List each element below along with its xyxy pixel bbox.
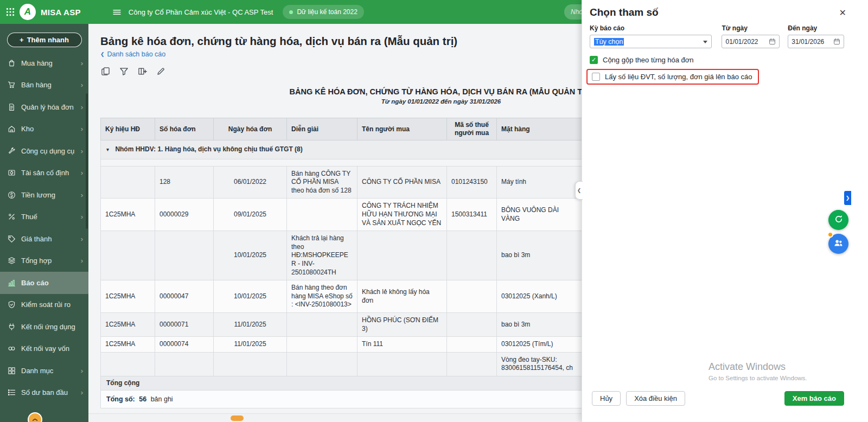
loan-icon bbox=[8, 344, 16, 353]
table-footer-row: Tổng cộng bbox=[101, 376, 584, 391]
misa-logo[interactable]: A bbox=[20, 4, 36, 20]
option-uom-qty-price[interactable]: Lấy số liệu ĐVT, số lượng, đơn giá lên b… bbox=[592, 73, 754, 81]
table-row[interactable]: 1C25MHA 00000029 09/01/2025 CÔNG TY TRÁC… bbox=[101, 199, 584, 231]
invoice-number-link[interactable]: 00000074 bbox=[155, 337, 214, 353]
purchase-icon bbox=[8, 59, 16, 67]
table-row[interactable]: 10/01/2025 Khách trả lại hàng theo HĐ:MS… bbox=[101, 231, 584, 280]
spacer-row bbox=[101, 159, 584, 166]
filter-button[interactable] bbox=[116, 65, 131, 79]
chevron-right-icon: › bbox=[81, 81, 83, 89]
report-period-select[interactable]: Tùy chọn bbox=[590, 35, 712, 48]
column-header: Diễn giải bbox=[287, 118, 358, 140]
cell bbox=[358, 352, 447, 376]
clear-conditions-button[interactable]: Xóa điều kiện bbox=[626, 391, 685, 406]
panel-footer: Hủy Xóa điều kiện Xem báo cáo bbox=[582, 391, 868, 406]
sidebar-item-ban-hang[interactable]: Bán hàng › bbox=[0, 74, 88, 97]
caret-down-icon bbox=[703, 41, 707, 43]
sidebar-collapse-button[interactable]: ❮ bbox=[28, 412, 42, 422]
scrollbar-thumb[interactable] bbox=[231, 415, 244, 421]
table-row[interactable]: 1C25MHA 00000074 11/01/2025 Tín 111 0301… bbox=[101, 337, 584, 353]
option-group-by-invoice[interactable]: ✓ Cộng gộp theo từng hóa đơn bbox=[590, 56, 868, 64]
panel-collapse-handle[interactable]: ❮ bbox=[575, 181, 583, 200]
table-row[interactable]: 128 06/01/2022 Bán hàng CÔNG TY CỔ PHẦN … bbox=[101, 166, 584, 199]
brand-text: MISA ASP bbox=[41, 8, 81, 17]
table-row[interactable]: Vòng đeo tay-SKU: 83006158115176454, ch bbox=[101, 352, 584, 376]
sidebar-item-kho[interactable]: Kho › bbox=[0, 118, 88, 140]
sidebar: + Thêm nhanh Mua hàng › Bán hàng › Quản … bbox=[0, 24, 88, 422]
sidebar-item-thue[interactable]: Thuế › bbox=[0, 206, 88, 228]
sidebar-scrollbar[interactable] bbox=[86, 93, 88, 229]
period-label: Kỳ báo cáo bbox=[590, 24, 712, 32]
expand-widget-tab[interactable]: ❯ bbox=[844, 191, 851, 205]
table-row[interactable]: 1C25MHA 00000071 11/01/2025 HỒNG PHÚC (S… bbox=[101, 312, 584, 336]
invoice-number-link[interactable]: 128 bbox=[155, 166, 214, 199]
cell bbox=[101, 166, 155, 199]
cell: 10/01/2025 bbox=[214, 231, 287, 280]
view-report-button[interactable]: Xem báo cáo bbox=[784, 391, 844, 406]
group-row[interactable]: ▾ Nhóm HHDV: 1. Hàng hóa, dịch vụ không … bbox=[101, 140, 584, 159]
column-header: Ký hiệu HĐ bbox=[101, 118, 155, 140]
cell: Tín 111 bbox=[358, 337, 447, 353]
add-column-button[interactable] bbox=[135, 65, 150, 79]
cell bbox=[287, 337, 358, 353]
menu-toggle-icon[interactable] bbox=[112, 8, 122, 17]
app-launcher-icon[interactable] bbox=[3, 5, 17, 19]
copy-report-button[interactable] bbox=[98, 65, 113, 79]
invoice-number-link[interactable]: 00000029 bbox=[155, 199, 214, 231]
sales-icon bbox=[8, 81, 16, 89]
cell: CÔNG TY CỔ PHẦN MISA bbox=[358, 166, 447, 199]
chevron-right-icon: ❯ bbox=[846, 195, 850, 201]
quick-add-button[interactable]: + Thêm nhanh bbox=[7, 33, 82, 47]
close-icon[interactable]: ✕ bbox=[838, 7, 847, 19]
connect-app-icon bbox=[8, 323, 16, 331]
tools-icon bbox=[8, 147, 16, 155]
company-name[interactable]: Công ty Cổ Phần Cảm xúc Việt - QC ASP Te… bbox=[129, 8, 273, 16]
invoice-number-link[interactable]: 00000047 bbox=[155, 280, 214, 313]
people-icon bbox=[833, 238, 844, 250]
chevron-right-icon: › bbox=[81, 125, 83, 133]
sidebar-item-ket-noi-ung-dung[interactable]: Kết nối ứng dụng bbox=[0, 316, 88, 338]
warehouse-icon bbox=[8, 125, 16, 133]
cell: bao bì 3m bbox=[497, 231, 584, 280]
from-date-input[interactable]: 01/01/2022 bbox=[722, 35, 780, 48]
sidebar-item-quan-ly-hoa-don[interactable]: Quản lý hóa đơn › bbox=[0, 96, 88, 118]
checkbox-checked-icon[interactable]: ✓ bbox=[590, 56, 598, 64]
sidebar-item-mua-hang[interactable]: Mua hàng › bbox=[0, 52, 88, 74]
sidebar-item-gia-thanh[interactable]: Giá thành › bbox=[0, 228, 88, 250]
cancel-button[interactable]: Hủy bbox=[592, 391, 621, 406]
checkbox-unchecked-icon[interactable] bbox=[592, 73, 600, 81]
sidebar-item-ket-noi-vay-von[interactable]: Kết nối vay vốn bbox=[0, 338, 88, 360]
app-window: A MISA ASP Công ty Cổ Phần Cảm xúc Việt … bbox=[0, 0, 868, 422]
risk-icon bbox=[8, 300, 16, 309]
from-date-value: 01/01/2022 bbox=[725, 38, 758, 46]
edit-template-icon bbox=[156, 67, 165, 78]
cell: 06/01/2022 bbox=[214, 166, 287, 199]
cell bbox=[447, 337, 497, 353]
invoice-number-link[interactable]: 00000071 bbox=[155, 312, 214, 336]
edit-template-button[interactable] bbox=[153, 65, 168, 79]
sidebar-item-tien-luong[interactable]: Tiền lương › bbox=[0, 184, 88, 206]
chevron-right-icon: › bbox=[81, 59, 83, 67]
back-to-report-list-link[interactable]: ❮ Danh sách báo cáo bbox=[100, 50, 165, 58]
sidebar-item-tong-hop[interactable]: Tổng hợp › bbox=[0, 250, 88, 272]
cell: 1C25MHA bbox=[101, 280, 155, 313]
cell: Khách lẻ không lấy hóa đơn bbox=[358, 280, 447, 313]
table-row[interactable]: 1C25MHA 00000047 10/01/2025 Bán hàng the… bbox=[101, 280, 584, 313]
sidebar-item-kiem-soat-rui-ro[interactable]: Kiểm soát rủi ro bbox=[0, 294, 88, 316]
accounting-data-badge[interactable]: Dữ liệu kế toán 2022 bbox=[283, 5, 363, 19]
to-date-input[interactable]: 31/01/2026 bbox=[788, 35, 844, 48]
cell: HỒNG PHÚC (SƠN ĐIỂM 3) bbox=[358, 312, 447, 336]
cell: 1C25MHA bbox=[101, 312, 155, 336]
chevron-right-icon: › bbox=[81, 257, 83, 265]
to-date-value: 31/01/2026 bbox=[792, 38, 824, 46]
cell: 10/01/2025 bbox=[214, 280, 287, 313]
chevron-right-icon: › bbox=[81, 213, 83, 221]
sidebar-item-danh-muc[interactable]: Danh mục › bbox=[0, 360, 88, 382]
sidebar-item-cong-cu-dung-cu[interactable]: Công cụ dụng cụ › bbox=[0, 140, 88, 162]
support-chat-button[interactable] bbox=[828, 210, 848, 230]
costing-icon bbox=[8, 235, 16, 243]
sidebar-item-tai-san-co-dinh[interactable]: Tài sản cố định › bbox=[0, 162, 88, 184]
sidebar-item-bao-cao[interactable]: Báo cáo bbox=[0, 272, 88, 294]
calendar-icon bbox=[769, 38, 776, 45]
sidebar-item-so-du-ban-dau[interactable]: Số dư ban đầu › bbox=[0, 382, 88, 404]
